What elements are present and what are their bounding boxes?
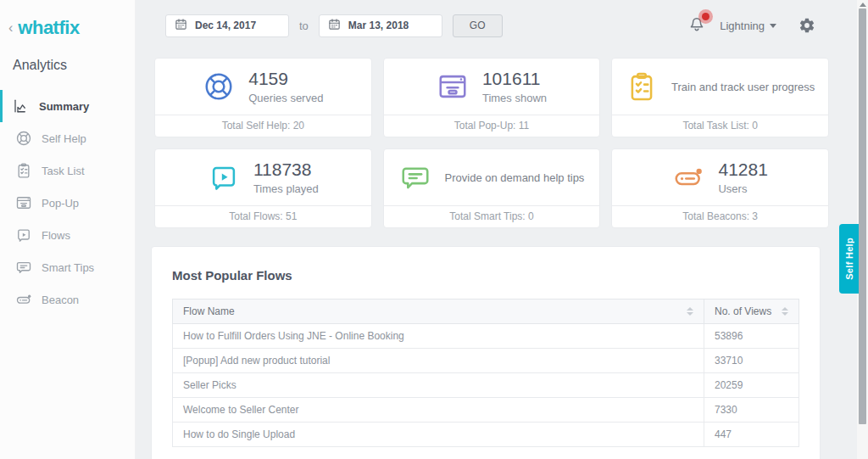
flow-name-cell: [Popup] Add new product tutorial — [173, 349, 704, 373]
stat-card-footer: Total Beacons: 3 — [612, 205, 828, 227]
sidebar-item-pop-up[interactable]: Pop-Up — [0, 187, 135, 219]
stat-value: 118738 — [253, 160, 319, 180]
self-help-side-tab[interactable]: Self Help — [839, 224, 859, 294]
column-header-flow-name[interactable]: Flow Name — [173, 299, 704, 324]
views-cell: 33710 — [704, 349, 799, 373]
stat-message: Provide on demand help tips — [445, 171, 585, 184]
views-cell: 7330 — [704, 398, 799, 423]
sidebar-nav: SummarySelf HelpTask ListPop-UpFlowsSmar… — [0, 90, 135, 316]
date-to-value: Mar 13, 2018 — [348, 20, 409, 31]
stat-message: Train and track user progress — [671, 81, 815, 93]
sidebar-item-label: Task List — [42, 165, 85, 177]
table-row[interactable]: [Popup] Add new product tutorial33710 — [173, 349, 799, 373]
sidebar-item-label: Beacon — [42, 294, 79, 306]
flow-play-icon — [15, 227, 32, 243]
flow-name-cell: How to Fulfill Orders Using JNE - Online… — [173, 324, 704, 349]
stat-cards-grid: 4159Queries servedTotal Self Help: 20101… — [154, 58, 829, 228]
table-row[interactable]: Seller Picks20259 — [173, 373, 799, 398]
popup-window-icon — [437, 70, 469, 103]
stat-label: Users — [718, 182, 767, 195]
sidebar-item-task-list[interactable]: Task List — [0, 154, 135, 187]
smart-tip-icon — [15, 259, 32, 276]
stat-card: 101611Times shownTotal Pop-Up: 11 — [383, 58, 601, 137]
chevron-down-icon — [770, 24, 776, 28]
flow-play-icon — [208, 161, 240, 193]
stat-card-footer: Total Pop-Up: 11 — [384, 115, 600, 137]
brand-logo[interactable]: ‹ whatfix — [0, 0, 135, 39]
date-range-to-label: to — [299, 20, 309, 32]
calendar-icon — [328, 18, 341, 34]
sort-icon[interactable] — [678, 307, 693, 316]
sidebar-item-label: Smart Tips — [42, 261, 94, 274]
sidebar-item-label: Self Help — [42, 132, 86, 145]
stat-card: Provide on demand help tipsTotal Smart T… — [383, 148, 601, 228]
views-cell: 20259 — [704, 373, 799, 398]
panel-title: Most Popular Flows — [172, 268, 799, 283]
settings-gear-icon[interactable] — [798, 17, 815, 34]
calendar-icon — [175, 18, 187, 34]
popup-window-icon — [15, 194, 32, 211]
whatfix-logo: whatfix — [18, 17, 79, 39]
stat-value: 4159 — [248, 69, 323, 89]
views-cell: 447 — [704, 423, 799, 447]
date-from-value: Dec 14, 2017 — [195, 20, 256, 31]
beacon-icon — [672, 161, 704, 193]
table-row[interactable]: How to do Single Upload447 — [173, 423, 799, 447]
flow-name-cell: Welcome to Seller Center — [173, 398, 704, 423]
sidebar: ‹ whatfix Analytics SummarySelf HelpTask… — [0, 0, 136, 459]
analytics-title: Analytics — [0, 39, 135, 73]
table-row[interactable]: Welcome to Seller Center7330 — [173, 398, 799, 423]
sidebar-item-summary[interactable]: Summary — [0, 90, 135, 122]
views-cell: 53896 — [704, 324, 799, 349]
beacon-icon — [15, 291, 32, 308]
stat-label: Times shown — [482, 92, 547, 104]
stat-label: Times played — [253, 182, 319, 195]
topbar: Dec 14, 2017 to Mar 13, 2018 GO Lightnin… — [136, 0, 856, 51]
account-name: Lightning — [720, 20, 765, 32]
stat-value: 41281 — [718, 160, 767, 180]
most-popular-flows-panel: Most Popular Flows Flow Name No. of View… — [151, 246, 821, 459]
smart-tip-icon — [399, 161, 431, 193]
stat-label: Queries served — [248, 92, 323, 104]
stat-card: 41281UsersTotal Beacons: 3 — [611, 148, 829, 228]
stat-card-footer: Total Task List: 0 — [612, 115, 828, 137]
stat-card-footer: Total Flows: 51 — [155, 205, 371, 227]
date-from-input[interactable]: Dec 14, 2017 — [165, 14, 289, 37]
sidebar-item-smart-tips[interactable]: Smart Tips — [0, 251, 135, 283]
life-ring-icon — [203, 70, 235, 103]
life-ring-icon — [15, 130, 32, 147]
sidebar-item-label: Pop-Up — [42, 197, 79, 210]
table-row[interactable]: How to Fulfill Orders Using JNE - Online… — [173, 324, 799, 349]
clipboard-icon — [15, 162, 32, 179]
sidebar-item-flows[interactable]: Flows — [0, 219, 135, 251]
popular-flows-table: Flow Name No. of Views How to Fulfill Or… — [172, 299, 799, 447]
column-header-views[interactable]: No. of Views — [704, 299, 799, 324]
back-chevron-icon[interactable]: ‹ — [8, 21, 13, 35]
sidebar-item-beacon[interactable]: Beacon — [0, 283, 135, 316]
stat-card-footer: Total Smart Tips: 0 — [384, 205, 600, 227]
sidebar-item-label: Summary — [39, 100, 89, 113]
sort-icon[interactable] — [773, 307, 788, 316]
stat-card: Train and track user progressTotal Task … — [611, 58, 829, 137]
main-area: Dec 14, 2017 to Mar 13, 2018 GO Lightnin… — [136, 0, 856, 459]
notifications-bell-icon[interactable] — [687, 15, 708, 36]
sidebar-item-label: Flows — [42, 229, 70, 242]
go-button[interactable]: GO — [453, 14, 503, 37]
stat-card: 118738Times playedTotal Flows: 51 — [154, 148, 372, 228]
account-dropdown[interactable]: Lightning — [720, 20, 776, 32]
scrollbar-thumb[interactable] — [859, 8, 866, 424]
summary-chart-icon — [13, 98, 30, 115]
flow-name-cell: Seller Picks — [173, 373, 704, 398]
sidebar-item-self-help[interactable]: Self Help — [0, 122, 135, 154]
clipboard-icon — [626, 70, 658, 103]
stat-value: 101611 — [482, 69, 547, 89]
stat-card: 4159Queries servedTotal Self Help: 20 — [154, 58, 372, 137]
flow-name-cell: How to do Single Upload — [173, 423, 704, 447]
date-to-input[interactable]: Mar 13, 2018 — [319, 14, 442, 37]
scroll-up-arrow-icon[interactable] — [860, 3, 866, 7]
notification-badge — [698, 9, 713, 24]
stat-card-footer: Total Self Help: 20 — [155, 115, 371, 137]
